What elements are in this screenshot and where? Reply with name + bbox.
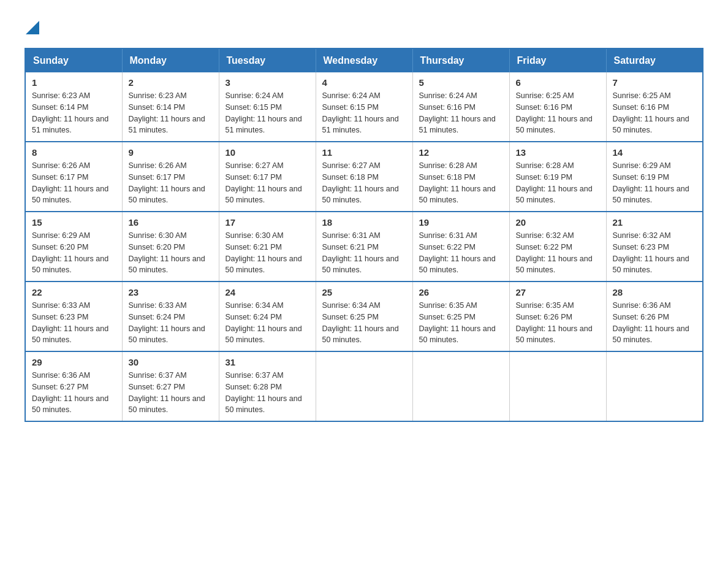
day-number: 15 <box>32 217 116 228</box>
calendar-day-cell: 26 Sunrise: 6:35 AMSunset: 6:25 PMDaylig… <box>412 282 509 351</box>
logo-arrow-icon <box>26 18 39 34</box>
calendar-day-cell: 7 Sunrise: 6:25 AMSunset: 6:16 PMDayligh… <box>606 72 703 142</box>
calendar-day-cell: 17 Sunrise: 6:30 AMSunset: 6:21 PMDaylig… <box>219 212 316 282</box>
calendar-day-cell: 21 Sunrise: 6:32 AMSunset: 6:23 PMDaylig… <box>606 212 703 282</box>
day-info: Sunrise: 6:26 AMSunset: 6:17 PMDaylight:… <box>129 161 205 204</box>
calendar-day-cell: 28 Sunrise: 6:36 AMSunset: 6:26 PMDaylig… <box>606 282 703 351</box>
day-number: 29 <box>32 357 116 367</box>
day-number: 8 <box>32 147 116 158</box>
calendar-header-sunday: Sunday <box>25 48 122 72</box>
calendar-header-row: SundayMondayTuesdayWednesdayThursdayFrid… <box>25 48 703 72</box>
day-number: 11 <box>322 147 406 158</box>
day-number: 17 <box>226 217 309 228</box>
calendar-day-cell: 2 Sunrise: 6:23 AMSunset: 6:14 PMDayligh… <box>122 72 219 142</box>
day-number: 3 <box>226 77 309 88</box>
day-info: Sunrise: 6:30 AMSunset: 6:21 PMDaylight:… <box>226 231 302 274</box>
calendar-day-cell: 8 Sunrise: 6:26 AMSunset: 6:17 PMDayligh… <box>25 142 122 212</box>
day-number: 27 <box>516 287 600 297</box>
day-info: Sunrise: 6:28 AMSunset: 6:19 PMDaylight:… <box>516 161 593 204</box>
calendar-day-cell: 23 Sunrise: 6:33 AMSunset: 6:24 PMDaylig… <box>122 282 219 351</box>
page-header <box>25 18 703 36</box>
day-info: Sunrise: 6:26 AMSunset: 6:17 PMDaylight:… <box>32 161 108 204</box>
svg-marker-0 <box>26 21 39 34</box>
day-number: 10 <box>226 147 309 158</box>
calendar-day-cell <box>316 351 412 421</box>
calendar-week-row: 15 Sunrise: 6:29 AMSunset: 6:20 PMDaylig… <box>25 212 703 282</box>
day-info: Sunrise: 6:29 AMSunset: 6:20 PMDaylight:… <box>32 231 108 274</box>
calendar-day-cell <box>606 351 703 421</box>
calendar-day-cell: 24 Sunrise: 6:34 AMSunset: 6:24 PMDaylig… <box>219 282 316 351</box>
day-number: 24 <box>226 287 309 297</box>
day-number: 18 <box>322 217 406 228</box>
calendar-week-row: 22 Sunrise: 6:33 AMSunset: 6:23 PMDaylig… <box>25 282 703 351</box>
calendar-day-cell: 15 Sunrise: 6:29 AMSunset: 6:20 PMDaylig… <box>25 212 122 282</box>
calendar-header-thursday: Thursday <box>412 48 509 72</box>
calendar-day-cell: 20 Sunrise: 6:32 AMSunset: 6:22 PMDaylig… <box>509 212 606 282</box>
day-number: 28 <box>613 287 697 297</box>
calendar-day-cell: 4 Sunrise: 6:24 AMSunset: 6:15 PMDayligh… <box>316 72 412 142</box>
day-number: 30 <box>129 357 213 367</box>
day-number: 22 <box>32 287 116 297</box>
day-info: Sunrise: 6:28 AMSunset: 6:18 PMDaylight:… <box>419 161 496 204</box>
day-number: 31 <box>226 357 309 367</box>
day-number: 16 <box>129 217 213 228</box>
day-number: 6 <box>516 77 600 88</box>
day-info: Sunrise: 6:27 AMSunset: 6:17 PMDaylight:… <box>226 161 302 204</box>
calendar-table: SundayMondayTuesdayWednesdayThursdayFrid… <box>25 48 703 422</box>
calendar-week-row: 1 Sunrise: 6:23 AMSunset: 6:14 PMDayligh… <box>25 72 703 142</box>
day-info: Sunrise: 6:24 AMSunset: 6:15 PMDaylight:… <box>226 91 302 134</box>
calendar-day-cell: 1 Sunrise: 6:23 AMSunset: 6:14 PMDayligh… <box>25 72 122 142</box>
day-info: Sunrise: 6:29 AMSunset: 6:19 PMDaylight:… <box>613 161 689 204</box>
calendar-day-cell: 30 Sunrise: 6:37 AMSunset: 6:27 PMDaylig… <box>122 351 219 421</box>
day-info: Sunrise: 6:24 AMSunset: 6:15 PMDaylight:… <box>322 91 399 134</box>
calendar-day-cell: 19 Sunrise: 6:31 AMSunset: 6:22 PMDaylig… <box>412 212 509 282</box>
day-number: 23 <box>129 287 213 297</box>
day-info: Sunrise: 6:31 AMSunset: 6:21 PMDaylight:… <box>322 231 399 274</box>
day-info: Sunrise: 6:33 AMSunset: 6:23 PMDaylight:… <box>32 301 108 344</box>
day-info: Sunrise: 6:34 AMSunset: 6:25 PMDaylight:… <box>322 301 399 344</box>
day-info: Sunrise: 6:23 AMSunset: 6:14 PMDaylight:… <box>32 91 108 134</box>
day-number: 12 <box>419 147 503 158</box>
day-info: Sunrise: 6:24 AMSunset: 6:16 PMDaylight:… <box>419 91 496 134</box>
calendar-day-cell: 25 Sunrise: 6:34 AMSunset: 6:25 PMDaylig… <box>316 282 412 351</box>
calendar-day-cell: 18 Sunrise: 6:31 AMSunset: 6:21 PMDaylig… <box>316 212 412 282</box>
day-number: 13 <box>516 147 600 158</box>
day-info: Sunrise: 6:23 AMSunset: 6:14 PMDaylight:… <box>129 91 205 134</box>
calendar-day-cell <box>412 351 509 421</box>
day-info: Sunrise: 6:27 AMSunset: 6:18 PMDaylight:… <box>322 161 399 204</box>
day-number: 21 <box>613 217 697 228</box>
day-number: 26 <box>419 287 503 297</box>
day-info: Sunrise: 6:35 AMSunset: 6:26 PMDaylight:… <box>516 301 593 344</box>
day-info: Sunrise: 6:25 AMSunset: 6:16 PMDaylight:… <box>516 91 593 134</box>
calendar-day-cell: 22 Sunrise: 6:33 AMSunset: 6:23 PMDaylig… <box>25 282 122 351</box>
calendar-day-cell: 14 Sunrise: 6:29 AMSunset: 6:19 PMDaylig… <box>606 142 703 212</box>
calendar-day-cell: 5 Sunrise: 6:24 AMSunset: 6:16 PMDayligh… <box>412 72 509 142</box>
calendar-header-monday: Monday <box>122 48 219 72</box>
day-info: Sunrise: 6:37 AMSunset: 6:27 PMDaylight:… <box>129 371 205 414</box>
calendar-day-cell: 6 Sunrise: 6:25 AMSunset: 6:16 PMDayligh… <box>509 72 606 142</box>
calendar-week-row: 29 Sunrise: 6:36 AMSunset: 6:27 PMDaylig… <box>25 351 703 421</box>
day-info: Sunrise: 6:32 AMSunset: 6:22 PMDaylight:… <box>516 231 593 274</box>
day-info: Sunrise: 6:31 AMSunset: 6:22 PMDaylight:… <box>419 231 496 274</box>
logo <box>25 18 39 36</box>
day-number: 7 <box>613 77 697 88</box>
day-info: Sunrise: 6:34 AMSunset: 6:24 PMDaylight:… <box>226 301 302 344</box>
calendar-header-saturday: Saturday <box>606 48 703 72</box>
calendar-day-cell: 3 Sunrise: 6:24 AMSunset: 6:15 PMDayligh… <box>219 72 316 142</box>
day-number: 9 <box>129 147 213 158</box>
day-info: Sunrise: 6:35 AMSunset: 6:25 PMDaylight:… <box>419 301 496 344</box>
calendar-header-wednesday: Wednesday <box>316 48 412 72</box>
calendar-day-cell: 13 Sunrise: 6:28 AMSunset: 6:19 PMDaylig… <box>509 142 606 212</box>
day-number: 20 <box>516 217 600 228</box>
calendar-day-cell: 16 Sunrise: 6:30 AMSunset: 6:20 PMDaylig… <box>122 212 219 282</box>
day-number: 2 <box>129 77 213 88</box>
day-info: Sunrise: 6:36 AMSunset: 6:27 PMDaylight:… <box>32 371 108 414</box>
calendar-header-tuesday: Tuesday <box>219 48 316 72</box>
calendar-day-cell: 10 Sunrise: 6:27 AMSunset: 6:17 PMDaylig… <box>219 142 316 212</box>
calendar-day-cell: 9 Sunrise: 6:26 AMSunset: 6:17 PMDayligh… <box>122 142 219 212</box>
day-info: Sunrise: 6:32 AMSunset: 6:23 PMDaylight:… <box>613 231 689 274</box>
calendar-day-cell: 11 Sunrise: 6:27 AMSunset: 6:18 PMDaylig… <box>316 142 412 212</box>
day-number: 5 <box>419 77 503 88</box>
day-number: 4 <box>322 77 406 88</box>
day-number: 25 <box>322 287 406 297</box>
